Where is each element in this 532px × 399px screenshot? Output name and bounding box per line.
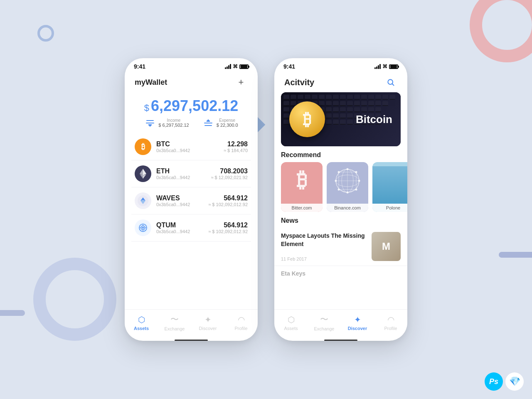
dollar-sign: $ <box>144 103 149 113</box>
bg-decoration-circle-pink <box>470 0 532 62</box>
waves-address: 0x3b5ca0...9442 <box>156 202 208 207</box>
balance-section: $ 6,297,502.12 <box>125 91 258 132</box>
add-button[interactable]: + <box>234 76 248 89</box>
crypto-item-waves[interactable]: WAVES 0x3b5ca0...9442 564.912 ≈ $ 102,09… <box>131 187 251 214</box>
signal-bar-r1 <box>374 67 376 69</box>
waves-name: WAVES <box>156 195 208 202</box>
discover-label-right: Discover <box>348 326 367 331</box>
news-item-1[interactable]: Myspace Layouts The Missing Element 11 F… <box>274 228 407 266</box>
income-item: Income $ 6,297,502.12 <box>144 118 189 128</box>
svg-line-23 <box>392 84 394 86</box>
income-expense-row: Income $ 6,297,502.12 <box>133 118 249 128</box>
right-phone: 9:41 ⌘ Acitvity <box>274 58 407 341</box>
discover-icon-right: ✦ <box>354 315 361 325</box>
home-indicator-left <box>175 340 208 341</box>
btc-address: 0x3b5ca0...9442 <box>156 148 224 153</box>
qtum-usd: ≈ $ 102,092,012.92 <box>208 229 248 234</box>
recommend-card-bitter[interactable]: ₿ Bitter.com <box>281 162 323 212</box>
income-label: Income <box>158 118 189 123</box>
nav-item-exchange-right[interactable]: 〜 Exchange <box>312 314 337 331</box>
exchange-icon-left: 〜 <box>170 314 179 325</box>
nav-item-profile-left[interactable]: ◠ Profile <box>229 315 254 331</box>
assets-label-left: Assets <box>134 326 149 331</box>
signal-bar-3 <box>228 65 229 69</box>
nav-item-assets-left[interactable]: ⬡ Assets <box>129 315 154 331</box>
news-faded-title: Eta Keys <box>281 270 401 277</box>
waves-amount: 564.912 <box>208 195 248 202</box>
crypto-item-eth[interactable]: ETH 0x3b5ca0...9442 708.2003 ≈ $ 12,092,… <box>131 160 251 187</box>
activity-title: Acitvity <box>284 78 314 87</box>
waves-icon <box>135 192 151 209</box>
crypto-item-btc[interactable]: ₿ BTC 0x3b5ca0...9442 12.298 ≈ $ 184,470 <box>131 133 251 160</box>
bottom-nav-right: ⬡ Assets 〜 Exchange ✦ Discover ◠ Profile <box>274 309 407 338</box>
news-content-1: Myspace Layouts The Missing Element 11 F… <box>281 232 367 261</box>
svg-rect-0 <box>146 123 154 123</box>
recommend-card-binance[interactable]: Binance.com <box>327 162 368 212</box>
svg-point-31 <box>335 180 337 182</box>
activity-header: Acitvity <box>274 71 407 92</box>
income-amount: $ 6,297,502.12 <box>158 123 189 128</box>
svg-rect-4 <box>204 123 212 123</box>
crypto-item-qtum[interactable]: QTUM 0x3b5ca0...9442 564.912 ≈ $ 102,092… <box>131 214 251 241</box>
eth-info: ETH 0x3b5ca0...9442 <box>156 167 211 180</box>
wallet-header: myWallet + <box>125 71 258 91</box>
bg-decoration-bar-left <box>0 310 25 316</box>
signal-bar-r2 <box>376 66 377 69</box>
polo-name: Polone <box>372 204 407 212</box>
battery-fill-right <box>390 65 397 68</box>
nav-item-profile-right[interactable]: ◠ Profile <box>378 315 403 331</box>
qtum-icon <box>135 219 151 236</box>
eth-values: 708.2003 ≈ $ 12,092,021.92 <box>211 167 248 180</box>
nav-item-exchange-left[interactable]: 〜 Exchange <box>162 314 187 331</box>
status-icons-right: ⌘ <box>374 64 398 69</box>
signal-bar-2 <box>227 66 228 69</box>
svg-line-42 <box>347 169 356 172</box>
income-icon <box>144 119 156 127</box>
sketch-badge: 💎 <box>505 372 524 391</box>
svg-marker-3 <box>148 125 152 127</box>
discover-label-left: Discover <box>199 326 217 331</box>
battery-icon-left <box>239 64 249 69</box>
bottom-nav-left: ⬡ Assets 〜 Exchange ✦ Discover ◠ Profile <box>125 309 258 338</box>
btc-usd: ≈ $ 184,470 <box>224 148 248 153</box>
profile-icon-right: ◠ <box>387 315 394 325</box>
nav-item-discover-right[interactable]: ✦ Discover <box>345 315 370 331</box>
svg-rect-6 <box>204 125 212 126</box>
qtum-values: 564.912 ≈ $ 102,092,012.92 <box>208 222 248 234</box>
svg-point-32 <box>358 180 360 182</box>
svg-line-43 <box>339 190 347 192</box>
recommend-section-title: Recommend <box>274 151 407 162</box>
signal-bar-1 <box>225 67 226 69</box>
status-time-left: 9:41 <box>134 63 145 70</box>
eth-usd: ≈ $ 12,092,021.92 <box>211 175 248 180</box>
signal-bar-r4 <box>379 64 381 69</box>
discover-icon-left: ✦ <box>204 315 212 325</box>
waves-values: 564.912 ≈ $ 102,092,012.92 <box>208 195 248 207</box>
bitcoin-label: Bitcoin <box>356 113 392 126</box>
btc-values: 12.298 ≈ $ 184,470 <box>224 140 248 153</box>
binance-name: Binance.com <box>327 204 368 212</box>
news-headline-1: Myspace Layouts The Missing Element <box>281 232 367 248</box>
btc-icon: ₿ <box>135 138 151 155</box>
bitcoin-coin: ₿ <box>289 101 325 137</box>
news-thumb-1: M <box>372 232 401 261</box>
signal-bars-left <box>225 64 231 69</box>
profile-icon-left: ◠ <box>238 315 245 325</box>
left-phone: 9:41 ⌘ myWallet + <box>125 58 258 341</box>
balance-amount: $ 6,297,502.12 <box>133 97 249 115</box>
status-bar-left: 9:41 ⌘ <box>125 58 258 71</box>
waves-usd: ≈ $ 102,092,012.92 <box>208 202 248 207</box>
btc-name: BTC <box>156 140 224 148</box>
recommend-card-polo[interactable]: Polone <box>372 162 407 212</box>
assets-icon-right: ⬡ <box>288 315 295 325</box>
battery-icon-right <box>389 64 398 69</box>
nav-item-discover-left[interactable]: ✦ Discover <box>195 315 220 331</box>
wallet-title: myWallet <box>135 78 167 87</box>
search-button[interactable] <box>384 76 397 89</box>
nav-item-assets-right[interactable]: ⬡ Assets <box>278 315 303 331</box>
wallet-content: myWallet + $ 6,297,502.12 <box>125 71 258 341</box>
tool-badges: Ps 💎 <box>485 372 524 391</box>
expense-item: Expense $ 22,300.0 <box>202 118 238 128</box>
waves-info: WAVES 0x3b5ca0...9442 <box>156 195 208 207</box>
btc-amount: 12.298 <box>224 140 248 148</box>
